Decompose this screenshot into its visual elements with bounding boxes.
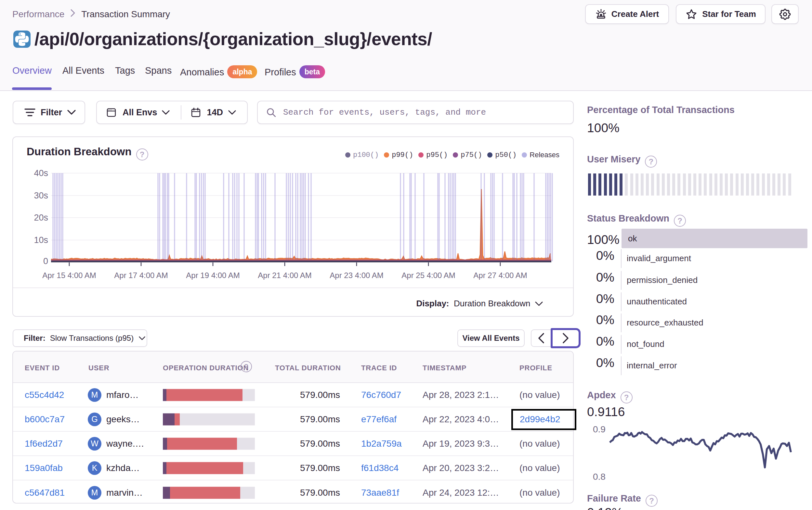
svg-text:Apr 19 4:00 AM: Apr 19 4:00 AM [186, 271, 239, 280]
svg-text:10s: 10s [34, 235, 48, 245]
svg-text:40s: 40s [34, 168, 48, 178]
svg-text:30s: 30s [34, 191, 48, 201]
svg-text:Apr 21 4:00 AM: Apr 21 4:00 AM [258, 271, 311, 280]
svg-text:Apr 27 4:00 AM: Apr 27 4:00 AM [473, 271, 527, 280]
svg-text:Apr 23 4:00 AM: Apr 23 4:00 AM [329, 271, 383, 280]
svg-text:0: 0 [43, 256, 48, 266]
svg-text:Apr 15 4:00 AM: Apr 15 4:00 AM [42, 271, 96, 280]
svg-text:20s: 20s [34, 213, 48, 222]
svg-text:Apr 17 4:00 AM: Apr 17 4:00 AM [114, 271, 168, 280]
svg-text:Apr 25 4:00 AM: Apr 25 4:00 AM [402, 271, 455, 280]
